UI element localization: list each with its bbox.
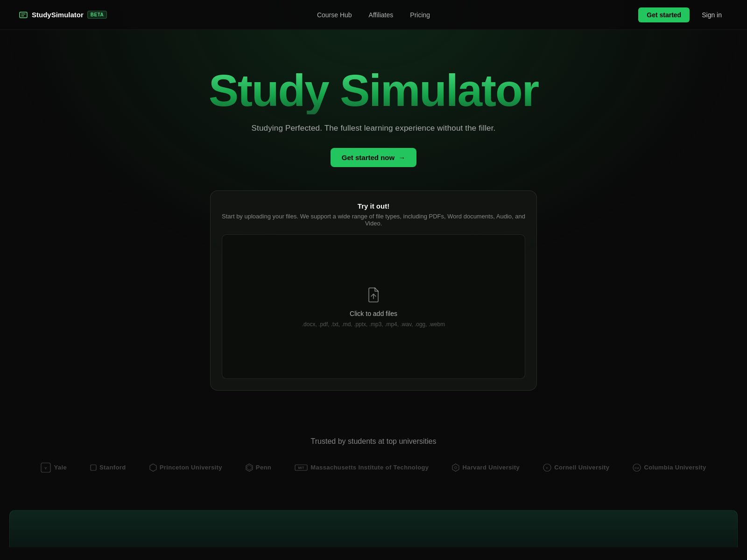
university-penn: Penn: [246, 463, 271, 472]
hero-title: Study Simulator: [9, 67, 738, 114]
hero-subtitle: Studying Perfected. The fullest learning…: [9, 124, 738, 133]
nav-links: Course Hub Affiliates Pricing: [317, 11, 430, 19]
nav-link-affiliates[interactable]: Affiliates: [369, 11, 394, 19]
svg-point-6: [455, 466, 457, 469]
penn-icon: [246, 463, 253, 472]
svg-text:Y: Y: [45, 466, 48, 470]
stanford-label: Stanford: [99, 464, 126, 471]
yale-icon: Y: [41, 462, 51, 473]
harvard-label: Harvard University: [462, 464, 520, 471]
hero-cta-label: Get started now: [342, 154, 395, 161]
university-cornell: C Cornell University: [543, 463, 609, 472]
hero-cta-arrow: →: [398, 154, 405, 161]
university-stanford: Stanford: [90, 464, 126, 471]
beta-badge: BETA: [87, 11, 107, 19]
logo-icon: [19, 10, 28, 20]
columbia-label: Columbia University: [644, 464, 706, 471]
universities-row: Y Yale Stanford Princeton University Pen…: [9, 462, 738, 473]
mit-label: Massachusetts Institute of Technology: [310, 464, 429, 471]
navbar: StudySimulator BETA Course Hub Affiliate…: [0, 0, 747, 30]
hero-cta-button[interactable]: Get started now →: [331, 148, 416, 167]
harvard-icon: [452, 463, 459, 472]
princeton-icon: [149, 463, 157, 472]
logo[interactable]: StudySimulator BETA: [19, 10, 107, 20]
university-columbia: CU Columbia University: [633, 463, 706, 472]
trusted-title: Trusted by students at top universities: [9, 437, 738, 446]
svg-text:MIT: MIT: [298, 466, 305, 469]
hero-section: Study Simulator Studying Perfected. The …: [0, 30, 747, 409]
svg-text:CU: CU: [635, 467, 639, 469]
upload-area[interactable]: Click to add files .docx, .pdf, .txt, .m…: [222, 234, 525, 379]
university-princeton: Princeton University: [149, 463, 222, 472]
nav-link-pricing[interactable]: Pricing: [410, 11, 430, 19]
yale-label: Yale: [54, 464, 67, 471]
stanford-icon: [90, 464, 97, 471]
nav-sign-in-button[interactable]: Sign in: [695, 7, 728, 22]
upload-icon: [364, 286, 383, 304]
princeton-label: Princeton University: [160, 464, 222, 471]
svg-rect-0: [20, 12, 27, 18]
try-card: Try it out! Start by uploading your file…: [210, 190, 537, 391]
columbia-icon: CU: [633, 463, 641, 472]
try-card-description: Start by uploading your files. We suppor…: [222, 213, 525, 227]
university-yale: Y Yale: [41, 462, 67, 473]
penn-label: Penn: [256, 464, 271, 471]
svg-text:C: C: [546, 467, 549, 469]
trusted-section: Trusted by students at top universities …: [0, 409, 747, 491]
logo-text: StudySimulator: [32, 11, 84, 19]
mit-icon: MIT: [295, 464, 308, 471]
bottom-gradient-section: [9, 510, 738, 547]
upload-types: .docx, .pdf, .txt, .md, .pptx, .mp3, .mp…: [302, 321, 445, 328]
svg-rect-3: [91, 465, 96, 470]
nav-actions: Get started Sign in: [638, 7, 728, 22]
upload-label: Click to add files: [350, 310, 397, 317]
university-mit: MIT Massachusetts Institute of Technolog…: [295, 464, 429, 471]
nav-get-started-button[interactable]: Get started: [638, 7, 690, 22]
cornell-label: Cornell University: [554, 464, 609, 471]
university-harvard: Harvard University: [452, 463, 520, 472]
nav-link-course-hub[interactable]: Course Hub: [317, 11, 352, 19]
cornell-icon: C: [543, 463, 551, 472]
try-card-title: Try it out!: [222, 202, 525, 210]
